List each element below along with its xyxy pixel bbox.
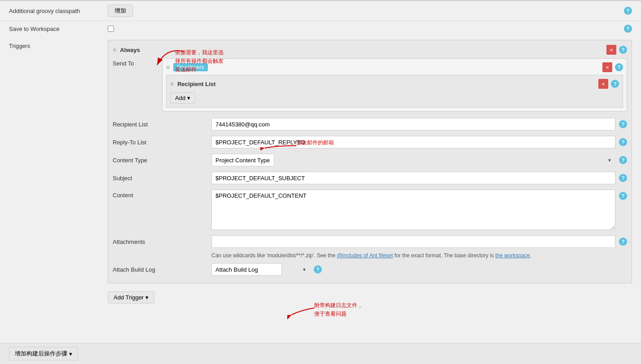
attachments-input[interactable] <box>211 235 615 248</box>
attach-build-log-row: Attach Build Log Attach Build Log Do Not… <box>113 260 627 278</box>
content-row: Content $PROJECT_DEFAULT_CONTENT ? <box>113 187 627 233</box>
attach-build-log-help[interactable]: ? <box>314 265 322 273</box>
attach-build-log-select-wrapper: Attach Build Log Do Not Attach Build Log… <box>211 263 310 276</box>
add-recipient-label: Add <box>175 95 185 101</box>
attachment-help-mid: for the exact format. The base directory… <box>395 252 494 259</box>
recipient-list-title: Recipient List <box>177 81 215 87</box>
save-workspace-row: Save to Workspace ? <box>0 21 641 36</box>
recipient-list-box: ≡ Recipient List × ? Add ▾ <box>166 75 623 108</box>
trigger-header: ≡ Always × ? <box>113 45 627 55</box>
attach-build-log-select[interactable]: Attach Build Log Do Not Attach Build Log… <box>211 263 282 276</box>
trigger-help-icon[interactable]: ? <box>619 46 627 54</box>
reply-to-label: Reply-To List <box>113 139 211 146</box>
send-to-box: ≡ Developers × ? ≡ Recipient List <box>162 58 627 112</box>
add-trigger-button[interactable]: Add Trigger ▾ <box>108 291 154 303</box>
groovy-add-button[interactable]: 增加 <box>108 4 133 17</box>
subject-help[interactable]: ? <box>619 174 627 182</box>
add-recipient-button[interactable]: Add ▾ <box>170 92 195 104</box>
reply-to-input[interactable] <box>211 136 615 148</box>
attachments-row: Attachments ? <box>113 233 627 251</box>
attachment-help-prefix: Can use wildcards like 'module/dist/**/*… <box>211 252 335 259</box>
add-trigger-label: Add Trigger <box>114 294 144 301</box>
reply-to-help[interactable]: ? <box>619 138 627 146</box>
add-recipient-chevron-icon: ▾ <box>187 95 190 101</box>
subject-label: Subject <box>113 175 211 182</box>
send-to-label: Send To <box>113 58 162 67</box>
recipient-drag-handle: ≡ <box>170 80 174 87</box>
groovy-row: Additional groovy classpath 增加 ? <box>0 1 641 21</box>
attachment-help-link2[interactable]: the workspace <box>495 252 530 259</box>
action-bar: 增加构建后操作步骤 ▾ <box>0 343 641 364</box>
add-trigger-chevron-icon: ▾ <box>145 294 149 301</box>
save-workspace-label: Save to Workspace <box>9 26 108 32</box>
post-build-button[interactable]: 增加构建后操作步骤 ▾ <box>9 347 78 360</box>
content-type-label: Content Type <box>113 157 211 164</box>
attachment-help-link1[interactable]: @includes of Ant fileset <box>337 252 393 259</box>
attachment-help-end: . <box>530 252 531 259</box>
content-help[interactable]: ? <box>619 192 627 200</box>
attachments-help[interactable]: ? <box>619 238 627 246</box>
trigger-always-title: Always <box>120 47 140 53</box>
subject-row: Subject ? <box>113 169 627 187</box>
triggers-section: Triggers ≡ Always × ? Send To ≡ <box>0 36 641 287</box>
content-textarea[interactable]: $PROJECT_DEFAULT_CONTENT <box>211 190 615 230</box>
recipient-list-row: Recipient List ? <box>113 115 627 133</box>
groovy-label: Additional groovy classpath <box>9 8 108 14</box>
trigger-close-button[interactable]: × <box>606 45 616 55</box>
send-to-row: Send To ≡ Developers × ? <box>113 58 627 112</box>
attachments-label: Attachments <box>113 238 211 245</box>
add-trigger-bar: Add Trigger ▾ <box>0 287 641 308</box>
save-workspace-checkbox[interactable] <box>108 26 114 32</box>
send-to-content: ≡ Developers × ? ≡ Recipient List <box>162 58 627 112</box>
groovy-help-icon[interactable]: ? <box>624 7 632 15</box>
triggers-label: Triggers <box>9 40 108 49</box>
developers-close-button[interactable]: × <box>602 62 612 72</box>
recipient-list-help-icon[interactable]: ? <box>611 80 619 88</box>
content-type-select-wrapper: Project Content Type HTML Plain Text <box>211 154 615 166</box>
content-type-row: Content Type Project Content Type HTML P… <box>113 151 627 169</box>
page-wrapper: Additional groovy classpath 增加 ? Save to… <box>0 0 641 364</box>
developers-help-icon[interactable]: ? <box>615 63 623 71</box>
recipient-list-input[interactable] <box>211 118 615 130</box>
save-workspace-help-icon[interactable]: ? <box>624 25 632 33</box>
content-type-select[interactable]: Project Content Type HTML Plain Text <box>211 154 274 166</box>
post-build-label: 增加构建后操作步骤 <box>15 350 67 358</box>
content-type-help[interactable]: ? <box>619 156 627 164</box>
recipient-list-help[interactable]: ? <box>619 120 627 128</box>
trigger-outer-box: ≡ Always × ? Send To ≡ Developers <box>108 40 632 283</box>
attach-build-log-label: Attach Build Log <box>113 266 211 273</box>
send-to-drag-handle: ≡ <box>166 64 170 71</box>
subject-input[interactable] <box>211 172 615 184</box>
reply-to-row: Reply-To List ? <box>113 133 627 151</box>
attachment-help-text: Can use wildcards like 'module/dist/**/*… <box>113 251 627 260</box>
send-to-inner-header: ≡ Developers × ? <box>166 62 623 72</box>
content-label: Content <box>113 190 211 199</box>
drag-handle-icon: ≡ <box>113 46 116 53</box>
post-build-chevron-icon: ▾ <box>69 351 72 357</box>
developers-tag: Developers <box>173 63 208 71</box>
recipient-inner-header: ≡ Recipient List × ? <box>170 79 619 89</box>
recipient-list-field-label: Recipient List <box>113 121 211 128</box>
recipient-list-close-button[interactable]: × <box>598 79 608 89</box>
